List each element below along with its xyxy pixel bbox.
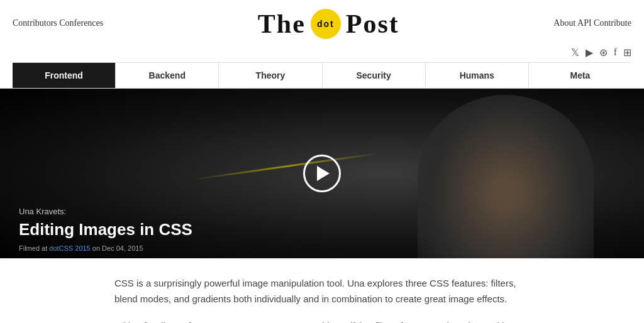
- contribute-link[interactable]: Contribute: [594, 18, 631, 28]
- logo-the: The: [258, 9, 306, 39]
- content-paragraph-1: CSS is a surprisingly powerful image man…: [114, 276, 530, 307]
- logo-area: The dot Post: [258, 5, 399, 41]
- about-link[interactable]: About: [553, 18, 575, 28]
- hero-text: Una Kravets: Editing Images in CSS: [19, 207, 192, 239]
- logo-post: Post: [346, 9, 399, 39]
- facebook-icon[interactable]: f: [614, 47, 617, 58]
- nav-item-frontend[interactable]: Frontend: [13, 63, 116, 88]
- filmed-suffix: on Dec 04, 2015: [91, 244, 143, 252]
- play-button[interactable]: [303, 155, 341, 192]
- header: Contributors Conferences The dot Post Ab…: [0, 0, 644, 89]
- conferences-link[interactable]: Conferences: [59, 18, 103, 28]
- contributors-link[interactable]: Contributors: [13, 18, 57, 28]
- speaker-silhouette: [418, 95, 594, 258]
- hero-video[interactable]: Una Kravets: Editing Images in CSS Filme…: [0, 89, 644, 258]
- filmed-link[interactable]: dotCSS 2015: [49, 244, 90, 252]
- content-paragraph-2: With a few lines of CSS, you too can cre…: [114, 319, 530, 324]
- article-content: CSS is a surprisingly powerful image man…: [102, 258, 542, 323]
- filmed-prefix: Filmed at: [19, 244, 49, 252]
- play-icon: [317, 166, 330, 181]
- filmed-note: Filmed at dotCSS 2015 on Dec 04, 2015: [19, 244, 143, 252]
- page-wrapper: Contributors Conferences The dot Post Ab…: [0, 0, 644, 323]
- main-nav: Frontend Backend Theory Security Humans …: [13, 62, 631, 88]
- header-top: Contributors Conferences The dot Post Ab…: [13, 0, 631, 44]
- rss-icon[interactable]: ⊞: [623, 47, 631, 58]
- header-nav-right: About API Contribute: [553, 18, 631, 28]
- hero-author: Una Kravets:: [19, 207, 192, 216]
- nav-item-security[interactable]: Security: [323, 63, 426, 88]
- youtube-icon[interactable]: ▶: [586, 47, 593, 58]
- nav-item-humans[interactable]: Humans: [426, 63, 529, 88]
- social-icons: 𝕏 ▶ ⊛ f ⊞: [13, 44, 631, 62]
- logo: The dot Post: [258, 9, 399, 39]
- logo-dot: dot: [311, 9, 341, 39]
- header-nav-left: Contributors Conferences: [13, 18, 103, 28]
- hero-title: Editing Images in CSS: [19, 220, 192, 239]
- github-icon[interactable]: ⊛: [599, 47, 608, 58]
- twitter-icon[interactable]: 𝕏: [571, 47, 579, 58]
- nav-item-backend[interactable]: Backend: [116, 63, 219, 88]
- api-link[interactable]: API: [577, 18, 592, 28]
- nav-item-theory[interactable]: Theory: [219, 63, 322, 88]
- nav-item-meta[interactable]: Meta: [529, 63, 631, 88]
